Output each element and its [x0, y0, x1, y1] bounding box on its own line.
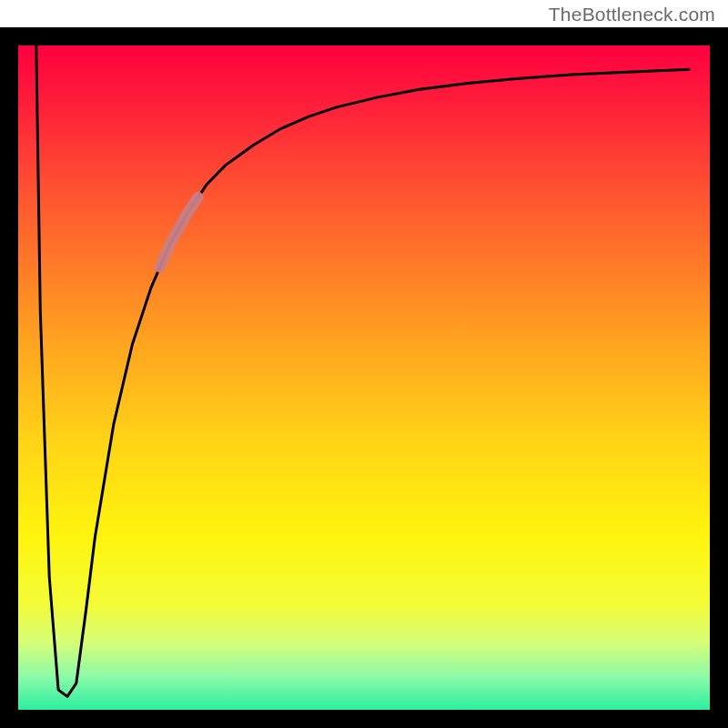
curve-highlight [160, 197, 198, 268]
attribution-text: TheBottleneck.com [549, 4, 715, 25]
bottleneck-curve [0, 27, 728, 728]
curve-path [36, 46, 689, 696]
plot-area [0, 27, 728, 728]
chart-container: TheBottleneck.com [0, 0, 728, 728]
